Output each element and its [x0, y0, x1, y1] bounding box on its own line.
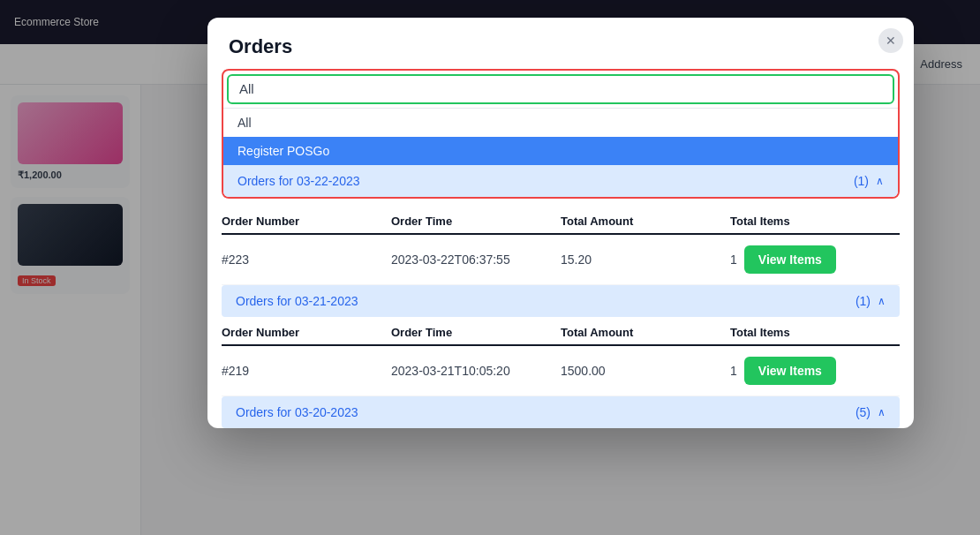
total-amount-0-0: 15.20 [561, 252, 730, 267]
order-group-date-0: Orders for 03-22-2023 [237, 174, 360, 188]
modal-content: All Register POSGo Orders for 03-22-2023… [207, 69, 914, 428]
order-group-date-2: Orders for 03-20-2023 [236, 405, 358, 419]
order-time-1-0: 2023-03-21T10:05:20 [391, 364, 561, 378]
table-row: #219 2023-03-21T10:05:20 1500.00 1 View … [222, 346, 900, 396]
col-header-order-time-1: Order Time [391, 326, 561, 339]
order-number-1-0: #219 [222, 364, 391, 378]
view-items-button-1-0[interactable]: View Items [744, 357, 836, 385]
order-group-meta-0: (1) ∧ [854, 174, 884, 188]
table-row: #223 2023-03-22T06:37:55 15.20 1 View It… [222, 235, 900, 285]
dropdown-list: All Register POSGo [223, 108, 898, 165]
col-header-order-time-0: Order Time [391, 215, 561, 228]
order-group-date-1: Orders for 03-21-2023 [236, 294, 358, 308]
order-time-0-0: 2023-03-22T06:37:55 [391, 252, 561, 267]
dropdown-option-all[interactable]: All [223, 109, 898, 137]
chevron-up-icon-2: ∧ [878, 406, 886, 418]
orders-table-0: Order Number Order Time Total Amount Tot… [207, 206, 914, 285]
col-header-total-amount-0: Total Amount [561, 215, 730, 228]
chevron-up-icon-0: ∧ [876, 175, 884, 187]
orders-table-1: Order Number Order Time Total Amount Tot… [207, 317, 914, 396]
order-group-header-0[interactable]: Orders for 03-22-2023 (1) ∧ [223, 165, 898, 197]
order-group-header-2[interactable]: Orders for 03-20-2023 (5) ∧ [222, 396, 900, 428]
col-header-order-number-0: Order Number [222, 215, 391, 228]
total-items-1-0: 1 View Items [730, 357, 900, 385]
total-amount-1-0: 1500.00 [561, 364, 730, 378]
modal-title: Orders [229, 35, 292, 58]
view-items-button-0-0[interactable]: View Items [744, 245, 836, 274]
order-number-0-0: #223 [222, 252, 391, 267]
order-group-count-2: (5) [856, 405, 871, 419]
total-items-0-0: 1 View Items [730, 245, 900, 274]
close-button[interactable]: ✕ [878, 28, 903, 53]
col-header-total-items-1: Total Items [730, 326, 900, 339]
order-group-meta-2: (5) ∧ [856, 405, 886, 419]
store-search-input[interactable] [239, 81, 882, 96]
filter-dropdown-area[interactable]: All Register POSGo Orders for 03-22-2023… [222, 69, 900, 199]
col-header-order-number-1: Order Number [222, 326, 391, 339]
col-header-total-items-0: Total Items [730, 215, 900, 228]
chevron-up-icon-1: ∧ [878, 295, 886, 307]
orders-modal: Orders ✕ All Register POSGo Orders for 0… [207, 18, 914, 428]
total-items-count-0-0: 1 [730, 252, 737, 267]
order-group-count-1: (1) [856, 294, 871, 308]
col-header-total-amount-1: Total Amount [561, 326, 730, 339]
order-group-count-0: (1) [854, 174, 869, 188]
order-group-header-1[interactable]: Orders for 03-21-2023 (1) ∧ [222, 285, 900, 317]
total-items-count-1-0: 1 [730, 364, 737, 378]
dropdown-option-register[interactable]: Register POSGo [223, 137, 898, 165]
orders-modal-container: Orders ✕ All Register POSGo Orders for 0… [141, 11, 980, 535]
table-header-row-0: Order Number Order Time Total Amount Tot… [222, 206, 900, 235]
order-group-meta-1: (1) ∧ [856, 294, 886, 308]
search-input-wrap[interactable] [227, 74, 894, 104]
table-header-row-1: Order Number Order Time Total Amount Tot… [222, 317, 900, 346]
modal-header: Orders ✕ [207, 18, 914, 69]
